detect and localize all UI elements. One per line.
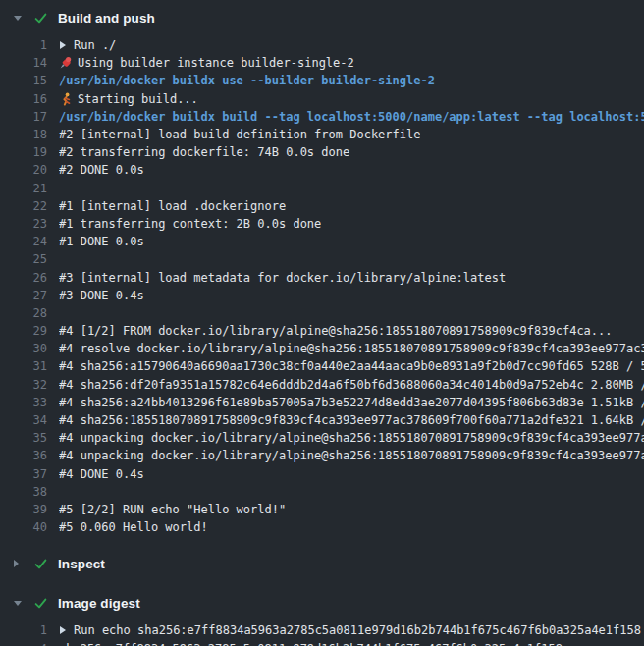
log-line-content: #2 [internal] load build definition from… <box>59 128 644 141</box>
line-number[interactable]: 30 <box>0 342 47 355</box>
line-number[interactable]: 1 <box>0 623 47 637</box>
log-line-text: #3 DONE 0.4s <box>59 289 144 302</box>
log-line-text: #4 [1/2] FROM docker.io/library/alpine@s… <box>59 324 613 338</box>
log-line-text: #4 DONE 0.4s <box>59 467 144 481</box>
line-number[interactable]: 34 <box>0 413 47 427</box>
pushpin-icon <box>59 56 73 70</box>
log-row: 22#1 [internal] load .dockerignore <box>0 197 644 215</box>
log-line-content: #4 [1/2] FROM docker.io/library/alpine@s… <box>59 324 644 338</box>
section-header-build-and-push[interactable]: Build and push <box>0 2 644 33</box>
log-row: 19#2 transferring dockerfile: 74B 0.0s d… <box>0 143 644 161</box>
line-number[interactable]: 26 <box>0 271 47 285</box>
line-number[interactable]: 31 <box>0 359 47 373</box>
line-number[interactable]: 36 <box>0 449 47 462</box>
chevron-down-icon <box>14 601 26 606</box>
log-group-row[interactable]: 1Run ./ <box>0 36 644 54</box>
log-row: 28 <box>0 304 644 322</box>
line-number[interactable]: 28 <box>0 306 47 320</box>
line-number[interactable]: 4 <box>0 642 47 646</box>
line-number[interactable]: 23 <box>0 217 47 231</box>
line-number[interactable]: 33 <box>0 396 47 409</box>
log-line-content: Starting build... <box>59 92 644 106</box>
log-row: 32#4 sha256:df20fa9351a15782c64e6dddb2d4… <box>0 376 644 394</box>
log-line-text: #4 unpacking docker.io/library/alpine@sh… <box>59 431 644 445</box>
log-row: 26#3 [internal] load metadata for docker… <box>0 268 644 286</box>
log-line-content: #5 [2/2] RUN echo "Hello world!" <box>59 503 644 516</box>
log-line-content: #4 unpacking docker.io/library/alpine@sh… <box>59 449 644 462</box>
line-number[interactable]: 35 <box>0 431 47 445</box>
log-line-content: #1 [internal] load .dockerignore <box>59 199 644 213</box>
log-line-text: #4 sha256:df20fa9351a15782c64e6dddb2d4a6… <box>59 378 644 392</box>
line-number[interactable]: 39 <box>0 503 47 516</box>
log-row: 18#2 [internal] load build definition fr… <box>0 126 644 143</box>
log-line-text: #4 resolve docker.io/library/alpine@sha2… <box>59 342 644 355</box>
log-line-content: #3 DONE 0.4s <box>59 289 644 302</box>
line-number[interactable]: 14 <box>0 56 47 70</box>
log-section-build-and-push: Build and push1Run ./14Using builder ins… <box>0 2 644 540</box>
log-row: 17/usr/bin/docker buildx build --tag loc… <box>0 108 644 126</box>
log-line-text: #5 [2/2] RUN echo "Hello world!" <box>59 503 286 516</box>
section-header-inspect[interactable]: Inspect <box>0 548 644 579</box>
line-number[interactable]: 24 <box>0 235 47 248</box>
log-line-content: #3 [internal] load metadata for docker.i… <box>59 271 644 285</box>
line-number[interactable]: 17 <box>0 110 47 124</box>
section-title: Build and push <box>58 11 155 26</box>
line-number[interactable]: 16 <box>0 92 47 106</box>
check-icon <box>33 11 48 26</box>
expand-group-icon[interactable] <box>59 625 67 635</box>
line-number[interactable]: 38 <box>0 485 47 499</box>
line-number[interactable]: 20 <box>0 163 47 177</box>
log-line-content: #4 DONE 0.4s <box>59 467 644 481</box>
log-line-text: #5 0.060 Hello world! <box>59 520 208 534</box>
log-line-text: #1 DONE 0.0s <box>59 235 144 248</box>
line-number[interactable]: 40 <box>0 520 47 534</box>
line-number[interactable]: 37 <box>0 467 47 481</box>
log-section-inspect: Inspect <box>0 548 644 579</box>
log-row: 37#4 DONE 0.4s <box>0 465 644 483</box>
log-line-content: sha256:e7ff8834a5963a2785c5a0811e979d16b… <box>59 642 644 646</box>
log-line-text: #2 [internal] load build definition from… <box>59 128 420 141</box>
log-row: 14Using builder instance builder-single-… <box>0 54 644 72</box>
log-row: 38 <box>0 483 644 501</box>
log-line-text: #2 DONE 0.0s <box>59 163 144 177</box>
section-header-image-digest[interactable]: Image digest <box>0 587 644 619</box>
log-line-text: #3 [internal] load metadata for docker.i… <box>59 271 506 285</box>
log-line-content: #4 sha256:a24bb4013296f61e89ba57005a7b3e… <box>59 396 644 409</box>
log-line-content: #1 DONE 0.0s <box>59 235 644 248</box>
log-line-text: #4 unpacking docker.io/library/alpine@sh… <box>59 449 644 462</box>
log-row: 16Starting build... <box>0 90 644 108</box>
log-line-text: sha256:e7ff8834a5963a2785c5a0811e979d16b… <box>59 642 563 646</box>
log-line-text: /usr/bin/docker buildx use --builder bui… <box>59 74 435 87</box>
log-line-text: #2 transferring dockerfile: 74B 0.0s don… <box>59 145 349 159</box>
line-number[interactable]: 18 <box>0 128 47 141</box>
line-number[interactable]: 22 <box>0 199 47 213</box>
log-line-text: #4 sha256:a24bb4013296f61e89ba57005a7b3e… <box>59 396 644 409</box>
log-row: 24#1 DONE 0.0s <box>0 233 644 250</box>
section-title: Inspect <box>58 557 105 571</box>
line-number[interactable]: 1 <box>0 38 47 52</box>
line-number[interactable]: 21 <box>0 182 47 195</box>
log-section-image-digest: Image digest1Run echo sha256:e7ff8834a59… <box>0 587 644 646</box>
log-row: 15/usr/bin/docker buildx use --builder b… <box>0 72 644 89</box>
log-line-text: Starting build... <box>78 92 198 106</box>
line-number[interactable]: 29 <box>0 324 47 338</box>
line-number[interactable]: 19 <box>0 145 47 159</box>
line-number[interactable]: 32 <box>0 378 47 392</box>
expand-group-icon[interactable] <box>59 40 67 50</box>
log-group-row[interactable]: 1Run echo sha256:e7ff8834a5963a2785c5a08… <box>0 621 644 639</box>
line-number[interactable]: 27 <box>0 289 47 302</box>
check-icon <box>33 596 48 611</box>
chevron-right-icon <box>14 560 26 567</box>
log-lines: 1Run ./14Using builder instance builder-… <box>0 33 644 540</box>
line-number[interactable]: 15 <box>0 74 47 87</box>
log-row: 31#4 sha256:a15790640a6690aa1730c38cf0a4… <box>0 357 644 375</box>
log-line-content: #4 sha256:df20fa9351a15782c64e6dddb2d4a6… <box>59 378 644 392</box>
log-line-content: Run echo sha256:e7ff8834a5963a2785c5a081… <box>59 623 644 637</box>
line-number[interactable]: 25 <box>0 252 47 266</box>
log-line-content: #4 unpacking docker.io/library/alpine@sh… <box>59 431 644 445</box>
log-line-text: #1 transferring context: 2B 0.0s done <box>59 217 321 231</box>
log-line-content: #4 sha256:185518070891758909c9f839cf4ca3… <box>59 413 644 427</box>
log-line-text: #4 sha256:a15790640a6690aa1730c38cf0a440… <box>59 359 644 373</box>
log-line-text: Using builder instance builder-single-2 <box>78 56 354 70</box>
log-row: 36#4 unpacking docker.io/library/alpine@… <box>0 447 644 464</box>
